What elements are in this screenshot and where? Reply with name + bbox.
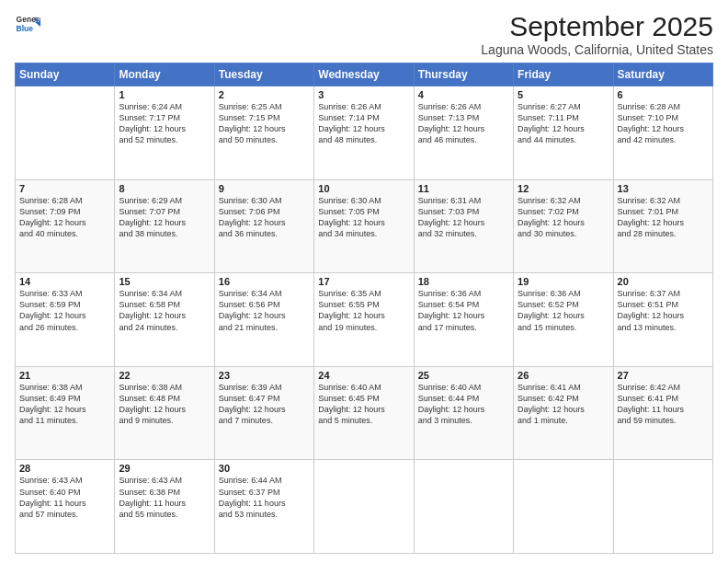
cell-info-text: Sunrise: 6:33 AM Sunset: 6:59 PM Dayligh… <box>19 288 110 333</box>
cell-info-text: Sunrise: 6:24 AM Sunset: 7:17 PM Dayligh… <box>119 101 210 146</box>
cell-info-text: Sunrise: 6:41 AM Sunset: 6:42 PM Dayligh… <box>518 382 609 427</box>
calendar-cell: 27Sunrise: 6:42 AM Sunset: 6:41 PM Dayli… <box>613 366 712 460</box>
cell-info-text: Sunrise: 6:28 AM Sunset: 7:09 PM Dayligh… <box>19 195 110 240</box>
calendar-cell: 1Sunrise: 6:24 AM Sunset: 7:17 PM Daylig… <box>115 86 214 180</box>
logo-icon: General Blue <box>15 11 40 37</box>
cell-info-text: Sunrise: 6:43 AM Sunset: 6:40 PM Dayligh… <box>19 475 110 520</box>
cell-day-number: 4 <box>418 89 509 100</box>
cell-day-number: 5 <box>518 89 609 100</box>
calendar-week-row: 7Sunrise: 6:28 AM Sunset: 7:09 PM Daylig… <box>16 179 713 273</box>
logo: General Blue <box>15 11 40 37</box>
cell-info-text: Sunrise: 6:39 AM Sunset: 6:47 PM Dayligh… <box>219 382 310 427</box>
cell-info-text: Sunrise: 6:30 AM Sunset: 7:06 PM Dayligh… <box>219 195 310 240</box>
cell-day-number: 26 <box>518 370 609 381</box>
cell-info-text: Sunrise: 6:27 AM Sunset: 7:11 PM Dayligh… <box>518 101 609 146</box>
calendar-cell: 26Sunrise: 6:41 AM Sunset: 6:42 PM Dayli… <box>514 366 613 460</box>
cell-info-text: Sunrise: 6:43 AM Sunset: 6:38 PM Dayligh… <box>119 475 210 520</box>
calendar-cell: 28Sunrise: 6:43 AM Sunset: 6:40 PM Dayli… <box>16 460 115 554</box>
cell-day-number: 18 <box>418 276 509 287</box>
calendar-week-row: 14Sunrise: 6:33 AM Sunset: 6:59 PM Dayli… <box>16 273 713 367</box>
calendar-cell: 24Sunrise: 6:40 AM Sunset: 6:45 PM Dayli… <box>314 366 414 460</box>
calendar-cell: 13Sunrise: 6:32 AM Sunset: 7:01 PM Dayli… <box>613 179 712 273</box>
calendar-week-row: 1Sunrise: 6:24 AM Sunset: 7:17 PM Daylig… <box>16 86 713 180</box>
cell-info-text: Sunrise: 6:30 AM Sunset: 7:05 PM Dayligh… <box>318 195 409 240</box>
cell-info-text: Sunrise: 6:26 AM Sunset: 7:13 PM Dayligh… <box>418 101 509 146</box>
calendar-cell: 30Sunrise: 6:44 AM Sunset: 6:37 PM Dayli… <box>214 460 313 554</box>
calendar-cell: 16Sunrise: 6:34 AM Sunset: 6:56 PM Dayli… <box>214 273 313 367</box>
cell-day-number: 29 <box>119 463 210 474</box>
calendar-cell: 15Sunrise: 6:34 AM Sunset: 6:58 PM Dayli… <box>115 273 214 367</box>
calendar-cell <box>314 460 414 554</box>
cell-info-text: Sunrise: 6:32 AM Sunset: 7:02 PM Dayligh… <box>518 195 609 240</box>
cell-info-text: Sunrise: 6:28 AM Sunset: 7:10 PM Dayligh… <box>618 101 709 146</box>
svg-text:Blue: Blue <box>17 24 34 33</box>
cell-info-text: Sunrise: 6:26 AM Sunset: 7:14 PM Dayligh… <box>318 101 409 146</box>
weekday-header-friday: Friday <box>514 63 613 86</box>
cell-day-number: 17 <box>318 276 409 287</box>
cell-day-number: 13 <box>618 183 709 194</box>
calendar-cell: 4Sunrise: 6:26 AM Sunset: 7:13 PM Daylig… <box>414 86 513 180</box>
weekday-header-sunday: Sunday <box>16 63 115 86</box>
cell-info-text: Sunrise: 6:35 AM Sunset: 6:55 PM Dayligh… <box>318 288 409 333</box>
cell-day-number: 10 <box>318 183 409 194</box>
cell-day-number: 24 <box>318 370 409 381</box>
calendar-week-row: 21Sunrise: 6:38 AM Sunset: 6:49 PM Dayli… <box>16 366 713 460</box>
cell-day-number: 19 <box>518 276 609 287</box>
cell-info-text: Sunrise: 6:32 AM Sunset: 7:01 PM Dayligh… <box>618 195 709 240</box>
cell-day-number: 11 <box>418 183 509 194</box>
calendar-cell: 17Sunrise: 6:35 AM Sunset: 6:55 PM Dayli… <box>314 273 414 367</box>
calendar-cell: 25Sunrise: 6:40 AM Sunset: 6:44 PM Dayli… <box>414 366 513 460</box>
cell-day-number: 9 <box>219 183 310 194</box>
cell-day-number: 23 <box>219 370 310 381</box>
cell-day-number: 3 <box>318 89 409 100</box>
calendar-cell: 3Sunrise: 6:26 AM Sunset: 7:14 PM Daylig… <box>314 86 414 180</box>
location-subtitle: Laguna Woods, California, United States <box>481 42 713 57</box>
cell-day-number: 1 <box>119 89 210 100</box>
calendar-cell <box>16 86 115 180</box>
cell-day-number: 2 <box>219 89 310 100</box>
weekday-header-tuesday: Tuesday <box>214 63 313 86</box>
calendar-cell <box>613 460 712 554</box>
month-year-title: September 2025 <box>481 11 713 42</box>
cell-day-number: 28 <box>19 463 110 474</box>
cell-day-number: 25 <box>418 370 509 381</box>
calendar-cell: 23Sunrise: 6:39 AM Sunset: 6:47 PM Dayli… <box>214 366 313 460</box>
calendar-cell: 9Sunrise: 6:30 AM Sunset: 7:06 PM Daylig… <box>214 179 313 273</box>
calendar-cell: 18Sunrise: 6:36 AM Sunset: 6:54 PM Dayli… <box>414 273 513 367</box>
calendar-cell <box>414 460 513 554</box>
title-block: September 2025 Laguna Woods, California,… <box>481 11 713 57</box>
cell-info-text: Sunrise: 6:36 AM Sunset: 6:54 PM Dayligh… <box>418 288 509 333</box>
calendar-cell: 21Sunrise: 6:38 AM Sunset: 6:49 PM Dayli… <box>16 366 115 460</box>
cell-info-text: Sunrise: 6:38 AM Sunset: 6:49 PM Dayligh… <box>19 382 110 427</box>
calendar-cell: 10Sunrise: 6:30 AM Sunset: 7:05 PM Dayli… <box>314 179 414 273</box>
cell-day-number: 7 <box>19 183 110 194</box>
calendar-cell: 11Sunrise: 6:31 AM Sunset: 7:03 PM Dayli… <box>414 179 513 273</box>
calendar-week-row: 28Sunrise: 6:43 AM Sunset: 6:40 PM Dayli… <box>16 460 713 554</box>
calendar-cell: 5Sunrise: 6:27 AM Sunset: 7:11 PM Daylig… <box>514 86 613 180</box>
cell-info-text: Sunrise: 6:34 AM Sunset: 6:58 PM Dayligh… <box>119 288 210 333</box>
calendar-cell: 14Sunrise: 6:33 AM Sunset: 6:59 PM Dayli… <box>16 273 115 367</box>
cell-info-text: Sunrise: 6:25 AM Sunset: 7:15 PM Dayligh… <box>219 101 310 146</box>
calendar-cell: 2Sunrise: 6:25 AM Sunset: 7:15 PM Daylig… <box>214 86 313 180</box>
cell-day-number: 20 <box>618 276 709 287</box>
cell-day-number: 8 <box>119 183 210 194</box>
calendar-cell: 20Sunrise: 6:37 AM Sunset: 6:51 PM Dayli… <box>613 273 712 367</box>
cell-day-number: 27 <box>618 370 709 381</box>
calendar-cell: 7Sunrise: 6:28 AM Sunset: 7:09 PM Daylig… <box>16 179 115 273</box>
cell-day-number: 22 <box>119 370 210 381</box>
calendar-cell: 8Sunrise: 6:29 AM Sunset: 7:07 PM Daylig… <box>115 179 214 273</box>
calendar-table: SundayMondayTuesdayWednesdayThursdayFrid… <box>15 63 713 554</box>
weekday-header-wednesday: Wednesday <box>314 63 414 86</box>
cell-day-number: 21 <box>19 370 110 381</box>
cell-info-text: Sunrise: 6:34 AM Sunset: 6:56 PM Dayligh… <box>219 288 310 333</box>
calendar-cell <box>514 460 613 554</box>
calendar-cell: 29Sunrise: 6:43 AM Sunset: 6:38 PM Dayli… <box>115 460 214 554</box>
calendar-cell: 12Sunrise: 6:32 AM Sunset: 7:02 PM Dayli… <box>514 179 613 273</box>
cell-info-text: Sunrise: 6:37 AM Sunset: 6:51 PM Dayligh… <box>618 288 709 333</box>
cell-day-number: 15 <box>119 276 210 287</box>
cell-info-text: Sunrise: 6:40 AM Sunset: 6:44 PM Dayligh… <box>418 382 509 427</box>
calendar-cell: 22Sunrise: 6:38 AM Sunset: 6:48 PM Dayli… <box>115 366 214 460</box>
cell-info-text: Sunrise: 6:38 AM Sunset: 6:48 PM Dayligh… <box>119 382 210 427</box>
weekday-header-row: SundayMondayTuesdayWednesdayThursdayFrid… <box>16 63 713 86</box>
cell-info-text: Sunrise: 6:44 AM Sunset: 6:37 PM Dayligh… <box>219 475 310 520</box>
